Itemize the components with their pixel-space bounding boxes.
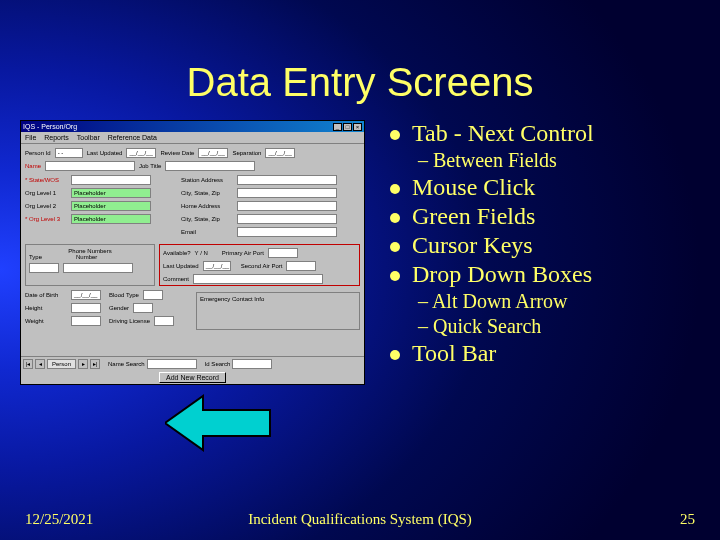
name-search-label: Name Search — [108, 361, 145, 367]
lastupd-field[interactable]: __/__/__ — [203, 261, 231, 271]
height-field[interactable] — [71, 303, 101, 313]
menu-reports[interactable]: Reports — [44, 134, 69, 141]
name-field[interactable] — [45, 161, 135, 171]
bullet-tab: Tab - Next Control — [390, 120, 700, 147]
bullets-column: Tab - Next Control Between Fields Mouse … — [380, 120, 700, 385]
bullet-toolbar: Tool Bar — [390, 340, 700, 367]
sub-between-fields: Between Fields — [418, 149, 700, 172]
job-title-label: Job Title — [139, 163, 161, 169]
home-field[interactable] — [237, 201, 337, 211]
job-title-field[interactable] — [165, 161, 255, 171]
csz2-field[interactable] — [237, 214, 337, 224]
lastupd-label: Last Updated — [163, 263, 199, 269]
svg-marker-0 — [165, 396, 270, 450]
window-title: IQS - Person/Org — [23, 123, 333, 130]
second-airport-field[interactable] — [286, 261, 316, 271]
dl-field[interactable] — [154, 316, 174, 326]
height-label: Height — [25, 305, 67, 311]
form-area: Person Id - - Last Updated __/__/__ Revi… — [21, 144, 364, 334]
bullet-mouse: Mouse Click — [390, 174, 700, 201]
app-window: IQS - Person/Org _ □ × File Reports Tool… — [20, 120, 365, 385]
csz-field[interactable] — [237, 188, 337, 198]
person-id-field[interactable]: - - — [55, 148, 83, 158]
id-search-field[interactable] — [232, 359, 272, 369]
menu-file[interactable]: File — [25, 134, 36, 141]
org1-label: Org Level 1 — [25, 190, 67, 196]
org2-label: Org Level 2 — [25, 203, 67, 209]
id-search-label: Id Search — [205, 361, 231, 367]
phone-type-field[interactable] — [29, 263, 59, 273]
org1-field[interactable]: Placeholder — [71, 188, 151, 198]
callout-arrow-icon — [165, 388, 275, 458]
review-date-field[interactable]: __/__/__ — [198, 148, 228, 158]
phone-type-label: Type — [29, 254, 42, 260]
avail-label: Available? — [163, 250, 191, 256]
footer-title: Incident Qualifications System (IQS) — [248, 511, 472, 528]
menu-reference-data[interactable]: Reference Data — [108, 134, 157, 141]
csz-label: City, State, Zip — [181, 190, 233, 196]
bullet-green: Green Fields — [390, 203, 700, 230]
org2-field[interactable]: Placeholder — [71, 201, 151, 211]
blood-label: Blood Type — [109, 292, 139, 298]
nav-next[interactable]: ▸ — [78, 359, 88, 369]
sub-alt-down: Alt Down Arrow — [418, 290, 700, 313]
last-updated-label: Last Updated — [87, 150, 123, 156]
phone-group: Phone Numbers Type Number — [25, 244, 155, 286]
email-label: Email — [181, 229, 233, 235]
weight-field[interactable] — [71, 316, 101, 326]
bullet-dropdown: Drop Down Boxes — [390, 261, 700, 288]
state-label: * State/WOS — [25, 177, 67, 183]
close-button[interactable]: × — [353, 123, 362, 131]
comment-label: Comment — [163, 276, 189, 282]
nav-last[interactable]: ▸| — [90, 359, 100, 369]
sub-quick-search: Quick Search — [418, 315, 700, 338]
availability-group: Available? Y / N Primary Air Port Last U… — [159, 244, 360, 286]
footer-page: 25 — [680, 511, 695, 528]
person-id-label: Person Id — [25, 150, 51, 156]
separation-field[interactable]: __/__/__ — [265, 148, 295, 158]
review-date-label: Review Date — [160, 150, 194, 156]
slide-title: Data Entry Screens — [0, 0, 720, 120]
csz2-label: City, State, Zip — [181, 216, 233, 222]
nav-first[interactable]: |◂ — [23, 359, 33, 369]
bottom-strip: Add New Record — [21, 370, 364, 384]
weight-label: Weight — [25, 318, 67, 324]
primary-airport-label: Primary Air Port — [222, 250, 264, 256]
add-new-record-button[interactable]: Add New Record — [159, 372, 226, 383]
name-search-field[interactable] — [147, 359, 197, 369]
tab-person[interactable]: Person — [47, 359, 76, 369]
comment-field[interactable] — [193, 274, 323, 284]
bullet-list: Tab - Next Control Between Fields Mouse … — [390, 120, 700, 367]
gender-label: Gender — [109, 305, 129, 311]
blood-field[interactable] — [143, 290, 163, 300]
separation-label: Separation — [232, 150, 261, 156]
screenshot-column: IQS - Person/Org _ □ × File Reports Tool… — [20, 120, 380, 385]
avail-val: Y / N — [195, 250, 208, 256]
station-field[interactable] — [237, 175, 337, 185]
dl-label: Driving License — [109, 318, 150, 324]
dob-label: Date of Birth — [25, 292, 67, 298]
menu-toolbar[interactable]: Toolbar — [77, 134, 100, 141]
gender-field[interactable] — [133, 303, 153, 313]
last-updated-field[interactable]: __/__/__ — [126, 148, 156, 158]
phone-number-field[interactable] — [63, 263, 133, 273]
minimize-button[interactable]: _ — [333, 123, 342, 131]
org3-field[interactable]: Placeholder — [71, 214, 151, 224]
state-field[interactable] — [71, 175, 151, 185]
menubar: File Reports Toolbar Reference Data — [21, 132, 364, 144]
org3-label: * Org Level 3 — [25, 216, 67, 222]
footer-date: 12/25/2021 — [25, 511, 93, 528]
dob-field[interactable]: __/__/__ — [71, 290, 101, 300]
titlebar: IQS - Person/Org _ □ × — [21, 121, 364, 132]
content-area: IQS - Person/Org _ □ × File Reports Tool… — [0, 120, 720, 385]
footer: 12/25/2021 Incident Qualifications Syste… — [0, 511, 720, 528]
bullet-cursor: Cursor Keys — [390, 232, 700, 259]
maximize-button[interactable]: □ — [343, 123, 352, 131]
emergency-group: Emergency Contact Info — [196, 292, 360, 330]
nav-prev[interactable]: ◂ — [35, 359, 45, 369]
tab-strip: |◂ ◂ Person ▸ ▸| Name Search Id Search — [21, 356, 364, 370]
second-airport-label: Second Air Port — [241, 263, 283, 269]
name-label: Name — [25, 163, 41, 169]
email-field[interactable] — [237, 227, 337, 237]
primary-airport-field[interactable] — [268, 248, 298, 258]
